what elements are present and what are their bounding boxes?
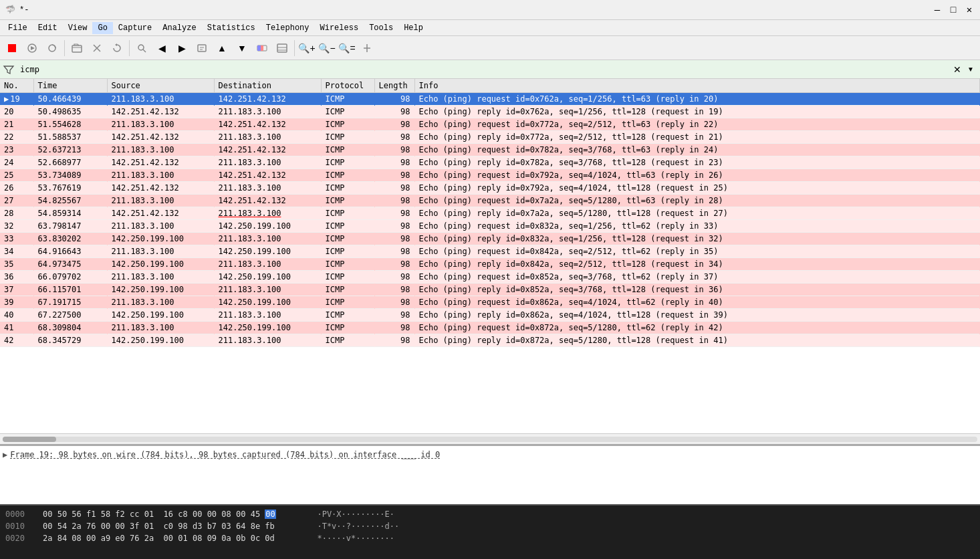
packet-table-container[interactable]: No. Time Source Destination Protocol Len… xyxy=(0,79,980,433)
table-row[interactable]: 2251.588537142.251.42.132211.183.3.100IC… xyxy=(0,131,980,144)
scroll-up-button[interactable]: ▲ xyxy=(213,39,231,58)
cell-length: 98 xyxy=(374,131,414,144)
cell-time: 51.588537 xyxy=(33,131,107,144)
table-row[interactable]: 3564.973475142.250.199.100211.183.3.100I… xyxy=(0,258,980,271)
table-row[interactable]: 2151.554628211.183.3.100142.251.42.132IC… xyxy=(0,118,980,131)
cell-destination: 211.183.3.100 xyxy=(214,106,321,118)
table-row[interactable]: 2352.637213211.183.3.100142.251.42.132IC… xyxy=(0,144,980,156)
filter-dropdown-button[interactable]: ▼ xyxy=(964,63,977,76)
table-row[interactable]: 3263.798147211.183.3.100142.250.199.100I… xyxy=(0,220,980,233)
cell-info: Echo (ping) request id=0x762a, seq=1/256… xyxy=(414,93,980,106)
cell-no: 32 xyxy=(0,220,33,233)
cell-protocol: ICMP xyxy=(321,258,374,271)
table-row[interactable]: 3967.191715211.183.3.100142.250.199.100I… xyxy=(0,296,980,309)
next-button[interactable]: ▶ xyxy=(172,39,191,58)
table-row[interactable]: 3766.115701142.250.199.100211.183.3.100I… xyxy=(0,284,980,296)
cell-info: Echo (ping) request id=0x872a, seq=5/128… xyxy=(414,322,980,334)
menu-view[interactable]: View xyxy=(63,22,93,34)
menu-analyze[interactable]: Analyze xyxy=(157,22,201,34)
menu-tools[interactable]: Tools xyxy=(364,22,398,34)
stop-button[interactable] xyxy=(3,39,21,58)
table-row[interactable]: 2653.767619142.251.42.132211.183.3.100IC… xyxy=(0,182,980,195)
table-row[interactable]: 4067.227500142.250.199.100211.183.3.100I… xyxy=(0,309,980,322)
cell-length: 98 xyxy=(374,258,414,271)
menu-wireless[interactable]: Wireless xyxy=(315,22,364,34)
sep3 xyxy=(294,40,295,56)
filter-input[interactable] xyxy=(17,62,951,77)
cell-time: 63.798147 xyxy=(33,220,107,233)
reload-button[interactable] xyxy=(108,39,126,58)
menu-file[interactable]: File xyxy=(3,22,33,34)
cell-protocol: ICMP xyxy=(321,322,374,334)
table-row[interactable]: 2050.498635142.251.42.132211.183.3.100IC… xyxy=(0,106,980,118)
cell-time: 66.115701 xyxy=(33,284,107,296)
close-capture-button[interactable] xyxy=(88,39,106,58)
cell-destination: 142.250.199.100 xyxy=(214,245,321,258)
cell-protocol: ICMP xyxy=(321,144,374,156)
zoom-out-button[interactable]: 🔍− xyxy=(318,39,336,58)
col-header-protocol[interactable]: Protocol xyxy=(321,79,374,93)
col-header-length[interactable]: Length xyxy=(374,79,414,93)
prev-button[interactable]: ◀ xyxy=(152,39,171,58)
table-row[interactable]: 2553.734089211.183.3.100142.251.42.132IC… xyxy=(0,169,980,182)
col-header-time[interactable]: Time xyxy=(33,79,107,93)
table-row[interactable]: ▶1950.466439211.183.3.100142.251.42.132I… xyxy=(0,93,980,106)
table-row[interactable]: 2452.668977142.251.42.132211.183.3.100IC… xyxy=(0,156,980,169)
open-button[interactable] xyxy=(68,39,86,58)
svg-rect-13 xyxy=(257,45,261,51)
maximize-button[interactable]: □ xyxy=(948,5,959,15)
cell-destination: 142.251.42.132 xyxy=(214,195,321,207)
horizontal-scrollbar[interactable] xyxy=(0,433,980,444)
restart-button[interactable] xyxy=(43,39,62,58)
hex-offset-2: 0020 xyxy=(5,532,32,544)
hex-bytes-1: 00 54 2a 76 00 00 3f 01 c0 98 d3 b7 03 6… xyxy=(43,520,297,532)
col-header-no[interactable]: No. xyxy=(0,79,33,93)
hex-row-0: 0000 00 50 56 f1 58 f2 cc 01 16 c8 00 00… xyxy=(5,508,975,520)
filter-clear-button[interactable]: ✕ xyxy=(951,63,964,76)
zoom-reset-button[interactable]: 🔍= xyxy=(338,39,356,58)
cell-destination: 211.183.3.100 xyxy=(214,309,321,322)
title-text: *- xyxy=(19,5,29,15)
cell-time: 54.859314 xyxy=(33,207,107,220)
cell-source: 211.183.3.100 xyxy=(107,220,214,233)
start-button[interactable] xyxy=(23,39,41,58)
table-row[interactable]: 2754.825567211.183.3.100142.251.42.132IC… xyxy=(0,195,980,207)
find-button[interactable] xyxy=(132,39,151,58)
minimize-button[interactable]: — xyxy=(932,5,943,15)
close-button[interactable]: ✕ xyxy=(964,5,975,15)
cell-protocol: ICMP xyxy=(321,169,374,182)
scroll-down-button[interactable]: ▼ xyxy=(233,39,251,58)
col-header-info[interactable]: Info xyxy=(414,79,980,93)
menu-help[interactable]: Help xyxy=(398,22,428,34)
menu-telephony[interactable]: Telephony xyxy=(261,22,315,34)
cell-length: 98 xyxy=(374,233,414,245)
menu-edit[interactable]: Edit xyxy=(33,22,63,34)
display-button[interactable] xyxy=(273,39,291,58)
col-header-destination[interactable]: Destination xyxy=(214,79,321,93)
colorize-button[interactable] xyxy=(253,39,271,58)
zoom-in-button[interactable]: 🔍+ xyxy=(297,39,316,58)
menu-capture[interactable]: Capture xyxy=(113,22,157,34)
detail-panel: ▶ Frame 19: 98 bytes on wire (784 bits),… xyxy=(0,444,980,504)
menu-statistics[interactable]: Statistics xyxy=(202,22,261,34)
hex-ascii-0: ·PV·X·········E· xyxy=(308,508,394,520)
goto-button[interactable] xyxy=(193,39,211,58)
cell-info: Echo (ping) request id=0x7a2a, seq=5/128… xyxy=(414,195,980,207)
table-row[interactable]: 4268.345729142.250.199.100211.183.3.100I… xyxy=(0,334,980,347)
cell-destination: 211.183.3.100 xyxy=(214,182,321,195)
cell-protocol: ICMP xyxy=(321,118,374,131)
menu-bar: File Edit View Go Capture Analyze Statis… xyxy=(0,20,980,36)
col-header-source[interactable]: Source xyxy=(107,79,214,93)
table-row[interactable]: 3363.830202142.250.199.100211.183.3.100I… xyxy=(0,233,980,245)
menu-go[interactable]: Go xyxy=(92,22,112,34)
svg-line-8 xyxy=(143,49,146,52)
cell-info: Echo (ping) request id=0x842a, seq=2/512… xyxy=(414,245,980,258)
resize-columns-button[interactable] xyxy=(358,39,376,58)
table-row[interactable]: 3666.079702211.183.3.100142.250.199.100I… xyxy=(0,271,980,284)
table-row[interactable]: 2854.859314142.251.42.132211.183.3.100IC… xyxy=(0,207,980,220)
cell-source: 142.250.199.100 xyxy=(107,334,214,347)
cell-source: 211.183.3.100 xyxy=(107,296,214,309)
cell-protocol: ICMP xyxy=(321,233,374,245)
table-row[interactable]: 4168.309804211.183.3.100142.250.199.100I… xyxy=(0,322,980,334)
table-row[interactable]: 3464.916643211.183.3.100142.250.199.100I… xyxy=(0,245,980,258)
